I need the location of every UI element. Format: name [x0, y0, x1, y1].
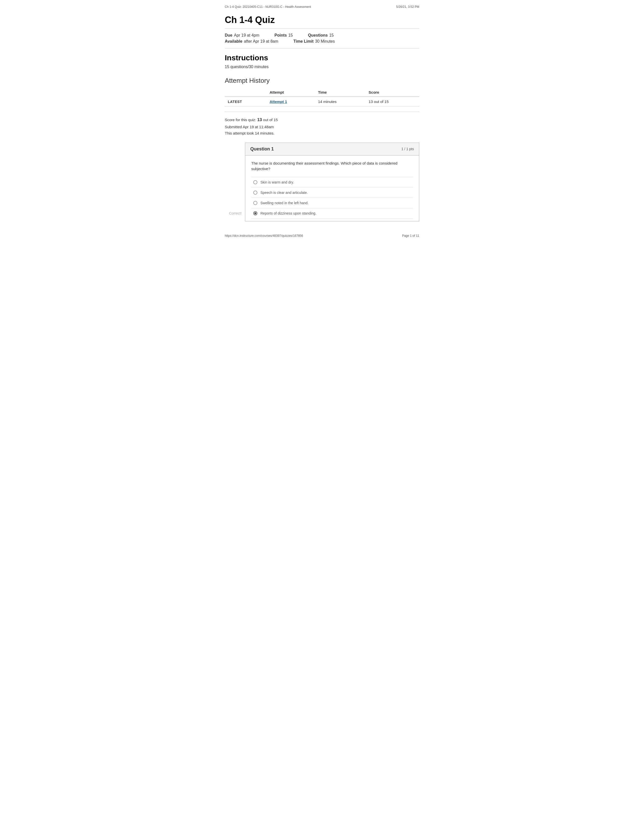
submitted-line: Submitted Apr 19 at 11:48am	[225, 124, 419, 130]
quiz-meta: Due Apr 19 at 4pm Points 15 Questions 15…	[225, 33, 419, 43]
score-suffix: out of 15	[262, 117, 278, 122]
due-value: Apr 19 at 4pm	[234, 33, 259, 38]
score-summary: Score for this quiz: 13 out of 15 Submit…	[225, 116, 419, 137]
attempt-link-cell[interactable]: Attempt 1	[266, 96, 315, 106]
radio-4-selected	[253, 211, 258, 215]
answer-option-3: Swelling noted in the left hand.	[251, 198, 413, 208]
col-time: Time	[315, 88, 365, 96]
instructions-title: Instructions	[225, 53, 419, 62]
title-divider	[225, 28, 419, 29]
available-value: after Apr 19 at 8am	[244, 39, 278, 43]
answer-option-4: Correct! Reports of dizziness upon stand…	[251, 208, 413, 219]
meta-available: Available after Apr 19 at 8am	[225, 39, 278, 43]
footer-url[interactable]: https://dcn.instructure.com/courses/4839…	[225, 234, 303, 238]
radio-3	[253, 201, 258, 205]
time-limit-label: Time Limit	[293, 39, 314, 43]
attempt-time: 14 minutes	[315, 96, 365, 106]
score-text: Score for this quiz:	[225, 117, 257, 122]
quiz-meta-row-2: Available after Apr 19 at 8am Time Limit…	[225, 39, 419, 43]
quiz-title: Ch 1-4 Quiz	[225, 14, 419, 25]
questions-value: 15	[329, 33, 334, 38]
col-attempt: Attempt	[266, 88, 315, 96]
question-1-text: The nurse is documenting their assessmen…	[251, 161, 413, 172]
quiz-meta-row-1: Due Apr 19 at 4pm Points 15 Questions 15	[225, 33, 419, 38]
table-row: LATEST Attempt 1 14 minutes 13 out of 15	[225, 96, 419, 106]
header-right: 5/26/21, 3:52 PM	[396, 5, 419, 9]
question-1-title: Question 1	[250, 146, 274, 152]
attempt-history-table: Attempt Time Score LATEST Attempt 1 14 m…	[225, 88, 419, 106]
questions-label: Questions	[308, 33, 328, 38]
answer-3-text: Swelling noted in the left hand.	[260, 201, 309, 205]
points-label: Points	[275, 33, 287, 38]
question-1-body: The nurse is documenting their assessmen…	[245, 156, 419, 221]
instructions-text: 15 questions/30 minutes	[225, 64, 419, 69]
score-bold: 13	[257, 117, 262, 122]
table-header-row: Attempt Time Score	[225, 88, 419, 96]
meta-points: Points 15	[275, 33, 293, 38]
question-1-header: Question 1 1 / 1 pts	[245, 143, 419, 156]
question-1-points: 1 / 1 pts	[401, 147, 414, 151]
score-line: Score for this quiz: 13 out of 15	[225, 116, 419, 124]
meta-divider	[225, 48, 419, 48]
answer-2-text: Speech is clear and articulate.	[260, 191, 308, 195]
meta-due: Due Apr 19 at 4pm	[225, 33, 259, 38]
time-limit-value: 30 Minutes	[315, 39, 335, 43]
col-label	[225, 88, 266, 96]
meta-questions: Questions 15	[308, 33, 333, 38]
header-left: Ch 1-4 Quiz: 20210405-C11 - NUR310G.C - …	[225, 5, 311, 9]
page-header: Ch 1-4 Quiz: 20210405-C11 - NUR310G.C - …	[225, 5, 419, 10]
meta-time-limit: Time Limit 30 Minutes	[293, 39, 335, 43]
question-1-block: Question 1 1 / 1 pts The nurse is docume…	[245, 143, 419, 221]
attempt-1-link[interactable]: Attempt 1	[269, 100, 287, 104]
answer-4-text: Reports of dizziness upon standing.	[260, 211, 316, 215]
available-label: Available	[225, 39, 242, 43]
radio-1	[253, 180, 258, 184]
col-score: Score	[366, 88, 419, 96]
answer-1-text: Skin is warm and dry.	[260, 180, 294, 184]
latest-label: LATEST	[225, 96, 266, 106]
attempt-score: 13 out of 15	[366, 96, 419, 106]
duration-line: This attempt took 14 minutes.	[225, 130, 419, 137]
footer-page: Page 1 of 11	[402, 234, 419, 238]
answer-option-2: Speech is clear and articulate.	[251, 187, 413, 198]
radio-2	[253, 191, 258, 195]
due-label: Due	[225, 33, 232, 38]
points-value: 15	[288, 33, 293, 38]
attempt-history-title: Attempt History	[225, 77, 419, 85]
answer-option-1: Skin is warm and dry.	[251, 177, 413, 187]
correct-label: Correct!	[229, 211, 242, 215]
